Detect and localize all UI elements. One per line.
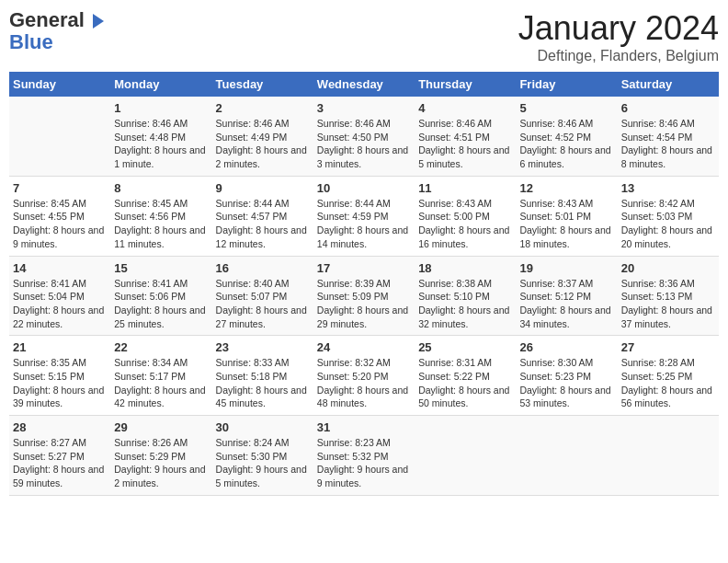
day-info: Sunrise: 8:46 AMSunset: 4:52 PMDaylight:… xyxy=(519,117,613,171)
day-info: Sunrise: 8:33 AMSunset: 5:18 PMDaylight:… xyxy=(216,356,310,410)
day-number: 14 xyxy=(13,261,107,275)
day-cell: 5Sunrise: 8:46 AMSunset: 4:52 PMDaylight… xyxy=(516,97,617,176)
day-info: Sunrise: 8:44 AMSunset: 4:57 PMDaylight:… xyxy=(216,197,310,251)
col-sunday: Sunday xyxy=(9,72,110,97)
day-number: 4 xyxy=(418,101,512,115)
day-number: 8 xyxy=(114,181,208,195)
day-cell: 11Sunrise: 8:43 AMSunset: 5:00 PMDayligh… xyxy=(415,176,516,256)
subtitle: Deftinge, Flanders, Belgium xyxy=(518,48,719,64)
day-number: 7 xyxy=(13,181,107,195)
day-number: 17 xyxy=(317,261,411,275)
day-cell: 1Sunrise: 8:46 AMSunset: 4:48 PMDaylight… xyxy=(110,97,211,176)
day-cell: 6Sunrise: 8:46 AMSunset: 4:54 PMDaylight… xyxy=(618,97,719,176)
day-info: Sunrise: 8:45 AMSunset: 4:55 PMDaylight:… xyxy=(13,197,107,251)
week-row-3: 14Sunrise: 8:41 AMSunset: 5:04 PMDayligh… xyxy=(9,256,719,336)
day-info: Sunrise: 8:32 AMSunset: 5:20 PMDaylight:… xyxy=(317,356,411,410)
day-number: 30 xyxy=(216,420,310,434)
day-cell: 31Sunrise: 8:23 AMSunset: 5:32 PMDayligh… xyxy=(313,416,415,496)
day-cell: 2Sunrise: 8:46 AMSunset: 4:49 PMDaylight… xyxy=(212,97,313,176)
day-cell: 20Sunrise: 8:36 AMSunset: 5:13 PMDayligh… xyxy=(618,256,719,336)
day-number: 3 xyxy=(317,101,411,115)
day-number: 29 xyxy=(114,420,208,434)
logo-text: General Blue xyxy=(9,9,104,53)
week-row-1: 1Sunrise: 8:46 AMSunset: 4:48 PMDaylight… xyxy=(9,97,719,176)
page-header: General Blue January 2024 Deftinge, Flan… xyxy=(9,9,719,64)
day-cell: 16Sunrise: 8:40 AMSunset: 5:07 PMDayligh… xyxy=(212,256,313,336)
day-cell: 24Sunrise: 8:32 AMSunset: 5:20 PMDayligh… xyxy=(313,336,415,416)
calendar-header-row: Sunday Monday Tuesday Wednesday Thursday… xyxy=(9,72,719,97)
day-cell: 21Sunrise: 8:35 AMSunset: 5:15 PMDayligh… xyxy=(9,336,110,416)
day-info: Sunrise: 8:37 AMSunset: 5:12 PMDaylight:… xyxy=(519,277,613,331)
day-cell: 8Sunrise: 8:45 AMSunset: 4:56 PMDaylight… xyxy=(110,176,211,256)
main-title: January 2024 xyxy=(518,9,719,48)
day-cell: 19Sunrise: 8:37 AMSunset: 5:12 PMDayligh… xyxy=(516,256,617,336)
day-cell: 13Sunrise: 8:42 AMSunset: 5:03 PMDayligh… xyxy=(618,176,719,256)
day-cell: 28Sunrise: 8:27 AMSunset: 5:27 PMDayligh… xyxy=(9,416,110,496)
day-number: 23 xyxy=(216,340,310,354)
day-info: Sunrise: 8:41 AMSunset: 5:04 PMDaylight:… xyxy=(13,277,107,331)
day-number: 18 xyxy=(418,261,512,275)
day-number: 10 xyxy=(317,181,411,195)
col-tuesday: Tuesday xyxy=(212,72,313,97)
day-cell: 27Sunrise: 8:28 AMSunset: 5:25 PMDayligh… xyxy=(618,336,719,416)
day-number: 26 xyxy=(519,340,613,354)
day-info: Sunrise: 8:28 AMSunset: 5:25 PMDaylight:… xyxy=(621,356,715,410)
day-info: Sunrise: 8:23 AMSunset: 5:32 PMDaylight:… xyxy=(317,436,411,490)
title-block: January 2024 Deftinge, Flanders, Belgium xyxy=(518,9,719,64)
logo: General Blue xyxy=(9,9,104,53)
day-info: Sunrise: 8:31 AMSunset: 5:22 PMDaylight:… xyxy=(418,356,512,410)
day-info: Sunrise: 8:41 AMSunset: 5:06 PMDaylight:… xyxy=(114,277,208,331)
day-info: Sunrise: 8:46 AMSunset: 4:54 PMDaylight:… xyxy=(621,117,715,171)
day-number: 24 xyxy=(317,340,411,354)
day-number: 25 xyxy=(418,340,512,354)
day-cell: 25Sunrise: 8:31 AMSunset: 5:22 PMDayligh… xyxy=(415,336,516,416)
day-info: Sunrise: 8:39 AMSunset: 5:09 PMDaylight:… xyxy=(317,277,411,331)
day-number: 16 xyxy=(216,261,310,275)
day-cell: 7Sunrise: 8:45 AMSunset: 4:55 PMDaylight… xyxy=(9,176,110,256)
day-number: 1 xyxy=(114,101,208,115)
day-number: 5 xyxy=(519,101,613,115)
day-number: 28 xyxy=(13,420,107,434)
day-number: 6 xyxy=(621,101,715,115)
day-cell xyxy=(415,416,516,496)
day-cell: 10Sunrise: 8:44 AMSunset: 4:59 PMDayligh… xyxy=(313,176,415,256)
day-cell: 17Sunrise: 8:39 AMSunset: 5:09 PMDayligh… xyxy=(313,256,415,336)
day-info: Sunrise: 8:43 AMSunset: 5:01 PMDaylight:… xyxy=(519,197,613,251)
day-info: Sunrise: 8:45 AMSunset: 4:56 PMDaylight:… xyxy=(114,197,208,251)
col-thursday: Thursday xyxy=(415,72,516,97)
day-number: 15 xyxy=(114,261,208,275)
day-number: 9 xyxy=(216,181,310,195)
col-saturday: Saturday xyxy=(618,72,719,97)
day-cell: 29Sunrise: 8:26 AMSunset: 5:29 PMDayligh… xyxy=(110,416,211,496)
day-cell: 4Sunrise: 8:46 AMSunset: 4:51 PMDaylight… xyxy=(415,97,516,176)
day-cell xyxy=(9,97,110,176)
day-info: Sunrise: 8:42 AMSunset: 5:03 PMDaylight:… xyxy=(621,197,715,251)
day-info: Sunrise: 8:46 AMSunset: 4:49 PMDaylight:… xyxy=(216,117,310,171)
day-cell: 30Sunrise: 8:24 AMSunset: 5:30 PMDayligh… xyxy=(212,416,313,496)
day-info: Sunrise: 8:30 AMSunset: 5:23 PMDaylight:… xyxy=(519,356,613,410)
day-cell: 12Sunrise: 8:43 AMSunset: 5:01 PMDayligh… xyxy=(516,176,617,256)
day-number: 31 xyxy=(317,420,411,434)
day-number: 12 xyxy=(519,181,613,195)
day-cell: 9Sunrise: 8:44 AMSunset: 4:57 PMDaylight… xyxy=(212,176,313,256)
day-info: Sunrise: 8:43 AMSunset: 5:00 PMDaylight:… xyxy=(418,197,512,251)
day-number: 20 xyxy=(621,261,715,275)
day-cell: 15Sunrise: 8:41 AMSunset: 5:06 PMDayligh… xyxy=(110,256,211,336)
day-number: 22 xyxy=(114,340,208,354)
day-info: Sunrise: 8:36 AMSunset: 5:13 PMDaylight:… xyxy=(621,277,715,331)
col-monday: Monday xyxy=(110,72,211,97)
day-number: 27 xyxy=(621,340,715,354)
day-info: Sunrise: 8:46 AMSunset: 4:51 PMDaylight:… xyxy=(418,117,512,171)
day-info: Sunrise: 8:46 AMSunset: 4:48 PMDaylight:… xyxy=(114,117,208,171)
day-cell xyxy=(516,416,617,496)
calendar-table: Sunday Monday Tuesday Wednesday Thursday… xyxy=(9,72,719,496)
day-info: Sunrise: 8:46 AMSunset: 4:50 PMDaylight:… xyxy=(317,117,411,171)
day-cell: 22Sunrise: 8:34 AMSunset: 5:17 PMDayligh… xyxy=(110,336,211,416)
day-number: 11 xyxy=(418,181,512,195)
day-cell: 3Sunrise: 8:46 AMSunset: 4:50 PMDaylight… xyxy=(313,97,415,176)
day-cell: 18Sunrise: 8:38 AMSunset: 5:10 PMDayligh… xyxy=(415,256,516,336)
col-wednesday: Wednesday xyxy=(313,72,415,97)
day-number: 2 xyxy=(216,101,310,115)
day-number: 21 xyxy=(13,340,107,354)
day-cell xyxy=(618,416,719,496)
